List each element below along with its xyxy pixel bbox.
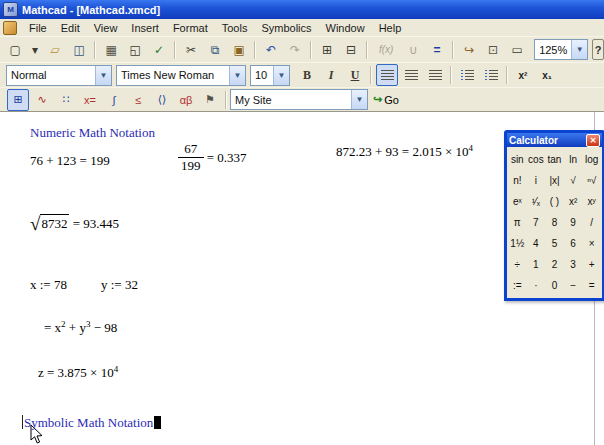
calculator-palette-button[interactable]: ⊞ — [7, 89, 29, 111]
matrix-palette-button[interactable]: ∷ — [55, 89, 77, 111]
graph-palette-button[interactable]: ∿ — [31, 89, 53, 111]
zoom-select[interactable]: 125% ▼ — [534, 39, 588, 60]
menu-item-window[interactable]: Window — [319, 21, 372, 35]
insert-function-icon[interactable]: f(x) — [372, 39, 400, 61]
calc-button-6[interactable]: 6 — [564, 233, 583, 254]
worksheet-doc-icon[interactable] — [3, 21, 17, 35]
menu-item-format[interactable]: Format — [166, 21, 215, 35]
programming-palette-button[interactable]: ⟨⟩ — [151, 89, 173, 111]
print-icon[interactable]: ▦ — [100, 39, 122, 61]
superscript-button[interactable]: x² — [512, 64, 534, 86]
calculate-icon[interactable]: = — [426, 39, 448, 61]
insert-component-icon[interactable]: ⊡ — [482, 39, 504, 61]
insert-window-icon[interactable]: ▭ — [506, 39, 528, 61]
font-select[interactable]: Times New Roman ▼ — [116, 65, 246, 86]
evaluation-palette-button[interactable]: x= — [79, 89, 101, 111]
calc-button-log[interactable]: log — [582, 149, 601, 170]
new-dropdown-icon[interactable]: ▾ — [28, 39, 42, 61]
calc-button-ⁿ√[interactable]: ⁿ√ — [582, 170, 601, 191]
align-left-button[interactable] — [376, 64, 398, 86]
calc-button-cos[interactable]: cos — [527, 149, 546, 170]
numeric-heading[interactable]: Numeric Math Notation — [30, 125, 155, 141]
calc-button-x²[interactable]: x² — [564, 191, 583, 212]
calc-button-√[interactable]: √ — [564, 170, 583, 191]
chevron-down-icon[interactable]: ▼ — [351, 90, 367, 109]
font-size-select[interactable]: 10 ▼ — [250, 65, 290, 86]
calc-button-−[interactable]: − — [564, 275, 583, 296]
calc-button-1½[interactable]: 1½ — [508, 233, 527, 254]
calc-button-2[interactable]: 2 — [545, 254, 564, 275]
calc-button-=[interactable]: = — [582, 275, 601, 296]
go-arrow-icon[interactable]: ↪ — [373, 93, 382, 106]
save-icon[interactable]: ◫ — [68, 39, 90, 61]
go-button[interactable]: Go — [384, 94, 399, 106]
spell-check-icon[interactable]: ✓ — [148, 39, 170, 61]
math-region-def-x[interactable]: x := 78 — [30, 277, 67, 293]
chevron-down-icon[interactable]: ▼ — [571, 40, 587, 59]
calc-button-9[interactable]: 9 — [564, 212, 583, 233]
insert-unit-icon[interactable]: ∪ — [402, 39, 424, 61]
calc-button-xʸ[interactable]: xʸ — [582, 191, 601, 212]
calc-button-7[interactable]: 7 — [527, 212, 546, 233]
symbolic-heading[interactable]: Symbolic Math Notation — [22, 415, 161, 431]
calc-button-( )[interactable]: ( ) — [545, 191, 564, 212]
open-icon[interactable]: ▱ — [44, 39, 66, 61]
menu-item-symbolics[interactable]: Symbolics — [254, 21, 318, 35]
calc-button-·[interactable]: · — [527, 275, 546, 296]
menu-item-file[interactable]: File — [22, 21, 54, 35]
calc-button-5[interactable]: 5 — [545, 233, 564, 254]
math-region-val-z[interactable]: z = 3.875 × 104 — [38, 364, 118, 381]
cut-icon[interactable]: ✂ — [180, 39, 202, 61]
calc-button-ln[interactable]: ln — [564, 149, 583, 170]
calc-button-π[interactable]: π — [508, 212, 527, 233]
help-button[interactable]: ? — [592, 39, 604, 60]
print-preview-icon[interactable]: ◱ — [124, 39, 146, 61]
calc-button-tan[interactable]: tan — [545, 149, 564, 170]
underline-button[interactable]: U — [344, 64, 366, 86]
menu-item-view[interactable]: View — [87, 21, 125, 35]
menu-item-insert[interactable]: Insert — [124, 21, 166, 35]
symbolic-palette-button[interactable]: ⚑ — [199, 89, 221, 111]
calc-button-1[interactable]: 1 — [527, 254, 546, 275]
undo-icon[interactable]: ↶ — [260, 39, 282, 61]
paste-icon[interactable]: ▣ — [228, 39, 250, 61]
calculator-palette[interactable]: Calculator ✕ sincostanlnlogn!i|x|√ⁿ√eˣ¹⁄… — [504, 130, 604, 301]
align-right-button[interactable] — [424, 64, 446, 86]
calc-button-×[interactable]: × — [582, 233, 601, 254]
greek-palette-button[interactable]: αβ — [175, 89, 197, 111]
calculator-title-bar[interactable]: Calculator ✕ — [507, 133, 602, 147]
bold-button[interactable]: B — [296, 64, 318, 86]
align-center-button[interactable] — [400, 64, 422, 86]
insert-hyperlink-icon[interactable]: ↪ — [458, 39, 480, 61]
copy-icon[interactable]: ⧉ — [204, 39, 226, 61]
bullets-button[interactable] — [456, 64, 478, 86]
math-region-sum[interactable]: 76 + 123 = 199 — [30, 153, 110, 169]
boolean-palette-button[interactable]: ≤ — [127, 89, 149, 111]
calc-button-0[interactable]: 0 — [545, 275, 564, 296]
math-region-def-y[interactable]: y := 32 — [101, 277, 138, 293]
style-select[interactable]: Normal ▼ — [6, 65, 112, 86]
math-region-sqrt[interactable]: √8732 = 93.445 — [30, 216, 119, 232]
align-across-icon[interactable]: ⊞ — [316, 39, 338, 61]
align-down-icon[interactable]: ⊟ — [340, 39, 362, 61]
redo-icon[interactable]: ↷ — [284, 39, 306, 61]
menu-item-help[interactable]: Help — [372, 21, 409, 35]
menu-item-edit[interactable]: Edit — [54, 21, 87, 35]
chevron-down-icon[interactable]: ▼ — [95, 66, 111, 85]
numbering-button[interactable] — [480, 64, 502, 86]
calc-button-:=[interactable]: := — [508, 275, 527, 296]
calc-button-3[interactable]: 3 — [564, 254, 583, 275]
calc-button-/[interactable]: / — [582, 212, 601, 233]
calc-button-n![interactable]: n! — [508, 170, 527, 191]
math-region-def-z[interactable]: = x2 + y3 − 98 — [44, 319, 117, 336]
calc-button-8[interactable]: 8 — [545, 212, 564, 233]
italic-button[interactable]: I — [320, 64, 342, 86]
math-region-sci[interactable]: 872.23 + 93 = 2.015 × 104 — [336, 143, 473, 160]
calc-button-sin[interactable]: sin — [508, 149, 527, 170]
close-icon[interactable]: ✕ — [586, 134, 600, 147]
menu-item-tools[interactable]: Tools — [215, 21, 255, 35]
new-icon[interactable]: ▢ — [4, 39, 26, 61]
calc-button-¹⁄ₓ[interactable]: ¹⁄ₓ — [527, 191, 546, 212]
calc-button-÷[interactable]: ÷ — [508, 254, 527, 275]
chevron-down-icon[interactable]: ▼ — [229, 66, 245, 85]
